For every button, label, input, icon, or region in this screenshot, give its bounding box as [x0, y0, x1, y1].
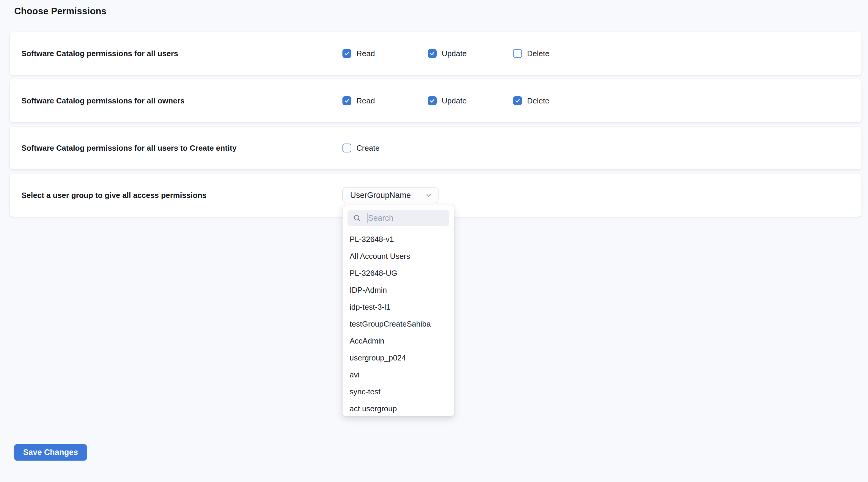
checkbox-item-read[interactable]: Read	[342, 49, 416, 58]
card-title: Select a user group to give all access p…	[22, 191, 342, 200]
delete-checkbox[interactable]	[513, 96, 522, 105]
option-item[interactable]: testGroupCreateSahiba	[343, 316, 454, 332]
option-item[interactable]: idp-test-3-l1	[343, 299, 454, 316]
checkbox-label: Read	[356, 49, 375, 58]
checkbox-label: Read	[356, 96, 375, 105]
check-icon	[344, 98, 350, 104]
option-item[interactable]: avi	[343, 366, 454, 383]
selected-user-group-label: UserGroupName	[350, 191, 411, 200]
card-title: Software Catalog permissions for all use…	[22, 143, 342, 153]
page-title: Choose Permissions	[14, 6, 862, 17]
checkbox-item-update[interactable]: Update	[428, 49, 501, 58]
card-all-users-permissions: Software Catalog permissions for all use…	[10, 32, 862, 75]
option-item[interactable]: act usergroup	[343, 400, 454, 416]
option-item[interactable]: IDP-Admin	[343, 282, 454, 299]
check-icon	[515, 98, 521, 104]
checkbox-label: Create	[356, 143, 380, 153]
permissions-page: Choose Permissions Software Catalog perm…	[0, 0, 868, 460]
search-input[interactable]: Search	[347, 211, 449, 226]
option-item[interactable]: usergroup_p024	[343, 350, 454, 366]
user-group-select-trigger[interactable]: UserGroupName	[342, 188, 438, 203]
checkbox-group: Create	[342, 143, 428, 153]
checkbox-item-read[interactable]: Read	[342, 96, 416, 105]
footer-actions: Save Changes	[10, 444, 862, 460]
option-item[interactable]: PL-32648-UG	[343, 265, 454, 282]
delete-checkbox[interactable]	[513, 49, 522, 58]
checkbox-label: Delete	[527, 96, 549, 105]
user-group-dropdown-panel: Search PL-32648-v1 All Account Users PL-…	[342, 205, 454, 416]
checkbox-group: Read Update Delete	[342, 96, 598, 105]
checkbox-label: Delete	[527, 49, 549, 58]
user-group-control: UserGroupName	[342, 188, 438, 203]
checkbox-group: Read Update Delete	[342, 49, 598, 58]
read-checkbox[interactable]	[342, 96, 351, 105]
update-checkbox[interactable]	[428, 96, 437, 105]
check-icon	[429, 98, 435, 104]
checkbox-item-delete[interactable]: Delete	[513, 49, 587, 58]
checkbox-label: Update	[442, 96, 467, 105]
save-button[interactable]: Save Changes	[14, 444, 87, 460]
checkbox-label: Update	[442, 49, 467, 58]
option-item[interactable]: AccAdmin	[343, 332, 454, 350]
chevron-down-icon	[425, 191, 433, 199]
create-checkbox[interactable]	[342, 143, 351, 153]
checkbox-item-update[interactable]: Update	[428, 96, 501, 105]
card-all-owners-permissions: Software Catalog permissions for all own…	[10, 79, 862, 122]
search-placeholder: Search	[368, 214, 394, 223]
card-user-group-select: Select a user group to give all access p…	[10, 174, 862, 217]
read-checkbox[interactable]	[342, 49, 351, 58]
search-icon	[353, 214, 361, 222]
option-item[interactable]: All Account Users	[343, 248, 454, 265]
user-group-option-list: PL-32648-v1 All Account Users PL-32648-U…	[343, 226, 454, 416]
card-create-entity-permissions: Software Catalog permissions for all use…	[10, 127, 862, 169]
card-title: Software Catalog permissions for all own…	[22, 96, 342, 105]
option-item[interactable]: PL-32648-v1	[343, 231, 454, 248]
check-icon	[429, 51, 435, 57]
update-checkbox[interactable]	[428, 49, 437, 58]
card-title: Software Catalog permissions for all use…	[22, 49, 342, 58]
permission-cards: Software Catalog permissions for all use…	[10, 32, 862, 217]
checkbox-item-delete[interactable]: Delete	[513, 96, 587, 105]
option-item[interactable]: sync-test	[343, 383, 454, 400]
checkbox-item-create[interactable]: Create	[342, 143, 416, 153]
check-icon	[344, 51, 350, 57]
text-caret	[367, 213, 367, 223]
